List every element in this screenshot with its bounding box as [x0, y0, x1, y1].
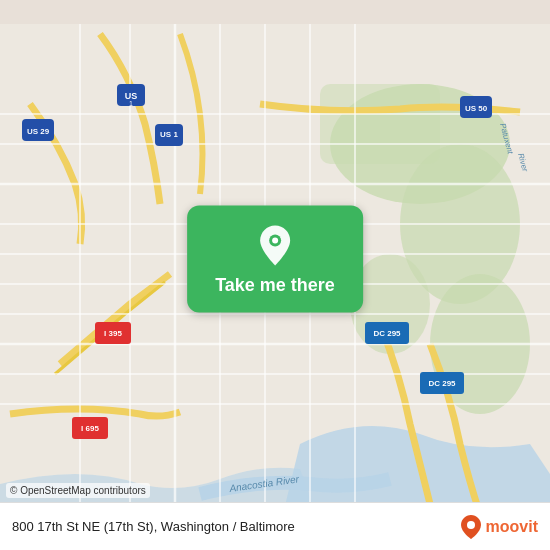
- svg-point-46: [467, 521, 475, 529]
- svg-text:US 1: US 1: [160, 130, 178, 139]
- take-me-there-button[interactable]: Take me there: [187, 205, 363, 312]
- moovit-logo: moovit: [460, 514, 538, 540]
- svg-text:I 395: I 395: [104, 329, 122, 338]
- svg-rect-4: [320, 84, 440, 164]
- svg-text:US 29: US 29: [27, 127, 50, 136]
- svg-text:DC 295: DC 295: [428, 379, 456, 388]
- bottom-bar: 800 17th St NE (17th St), Washington / B…: [0, 502, 550, 550]
- svg-text:I 695: I 695: [81, 424, 99, 433]
- svg-point-45: [272, 237, 278, 243]
- moovit-brand-text: moovit: [486, 518, 538, 536]
- moovit-pin-icon: [460, 514, 482, 540]
- location-pin-icon: [253, 223, 297, 267]
- svg-text:US 50: US 50: [465, 104, 488, 113]
- map-container: US 1 US 1 US 29 US 50 I 395 I 695 DC 295…: [0, 0, 550, 550]
- address-label: 800 17th St NE (17th St), Washington / B…: [12, 519, 295, 534]
- svg-text:1: 1: [129, 100, 133, 107]
- take-me-there-label: Take me there: [215, 275, 335, 296]
- svg-text:DC 295: DC 295: [373, 329, 401, 338]
- osm-attribution: © OpenStreetMap contributors: [6, 483, 150, 498]
